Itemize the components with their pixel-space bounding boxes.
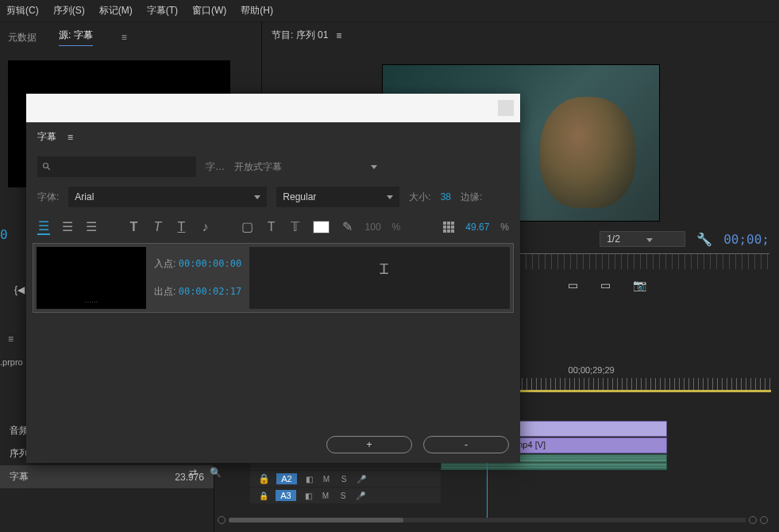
mark-in-icon[interactable]: {◀ [14,284,25,295]
caption-thumbnail: · · · · · · [37,247,146,309]
svg-point-0 [44,164,48,168]
italic-icon[interactable]: T [151,220,164,234]
caption-editor-panel: 字幕 ≡ 字… 开放式字幕 字体: Arial Regular 大小: 38 边… [26,94,520,463]
align-center-icon[interactable]: ☰ [61,219,74,234]
font-value: Arial [75,191,94,202]
stream-label: 字… [206,160,225,174]
menu-captions[interactable]: 字幕(T) [147,4,178,17]
scale-unit: % [500,222,509,233]
add-caption-button[interactable]: + [326,436,412,453]
caption-search-input[interactable] [37,156,196,177]
lock-icon[interactable]: 🔒 [258,473,270,484]
in-point-label: 入点: [154,258,175,269]
chevron-down-icon [646,238,653,242]
music-note-icon[interactable]: ♪ [199,220,212,234]
font-select[interactable]: Arial [68,187,267,207]
scroll-handle-left[interactable] [218,516,226,524]
scroll-thumb[interactable] [229,518,403,522]
caption-text-input[interactable]: Ꮖ [249,247,510,309]
caption-search-row: 字… 开放式字幕 [26,152,520,182]
svg-line-1 [48,168,50,170]
search-icon [42,162,52,172]
solo-toggle[interactable]: S [338,473,349,484]
scale-value[interactable]: 49.67 [465,222,489,233]
background-box-icon[interactable]: ▢ [241,219,254,234]
program-title: 节目: 序列 01 [272,29,328,42]
color-swatch[interactable] [313,221,330,233]
voice-over-icon[interactable]: 🎤 [355,490,366,501]
program-header: 节目: 序列 01 ≡ [262,22,779,48]
text-outline-icon[interactable]: 𝕋 [289,219,302,234]
track-a3: 🔒 A3 ◧ M S 🎤 [250,488,771,503]
track-a3-label[interactable]: A3 [276,490,296,501]
position-grid-icon[interactable] [443,222,454,233]
program-panel-menu-icon[interactable]: ≡ [336,30,341,41]
opacity-value[interactable]: 100 [365,222,381,233]
menu-bar: 剪辑(C) 序列(S) 标记(M) 字幕(T) 窗口(W) 帮助(H) [0,0,779,22]
remove-caption-button[interactable]: - [423,436,509,453]
track-a3-controls: 🔒 A3 ◧ M S 🎤 [250,488,441,503]
caption-footer: + - [326,436,509,453]
sync-lock-icon[interactable]: ◧ [303,490,314,501]
project-file-ext: .prpro [0,357,23,367]
source-timecode[interactable]: 0 [0,227,8,242]
menu-edit[interactable]: 剪辑(C) [6,4,39,17]
tl-tc-2: 00;00;29;29 [569,365,615,375]
close-button[interactable] [498,100,514,116]
caption-timecodes: 入点: 00:00:00:00 出点: 00:00:02:17 [154,247,241,309]
bold-icon[interactable]: T [127,220,140,234]
track-a3-content[interactable] [441,488,771,503]
align-left-icon[interactable]: ☰ [37,218,50,235]
program-timecode[interactable]: 00;00; [723,232,769,247]
eyedropper-icon[interactable]: ✎ [341,219,353,234]
menu-markers[interactable]: 标记(M) [99,4,133,17]
mute-toggle[interactable]: M [320,490,331,501]
sync-lock-icon[interactable]: ◧ [303,473,314,484]
track-a2-label[interactable]: A2 [276,473,297,484]
caption-menu-icon[interactable]: ≡ [67,132,73,143]
edge-label: 边缘: [461,191,482,204]
text-color-icon[interactable]: T [265,220,278,234]
voice-over-icon[interactable]: 🎤 [356,473,367,484]
track-a2: 🔒 A2 ◧ M S 🎤 [250,471,771,487]
scroll-handle-end[interactable] [760,516,768,524]
opacity-unit: % [392,222,401,233]
caption-toolbar: ☰ ☰ ☰ T T T ♪ ▢ T 𝕋 ✎ 100 % 49.67 % [26,212,520,241]
font-weight-select[interactable]: Regular [276,187,399,207]
caption-titlebar[interactable] [26,94,520,122]
size-value[interactable]: 38 [441,191,451,202]
tab-metadata[interactable]: 元数据 [8,31,37,44]
menu-window[interactable]: 窗口(W) [192,4,226,17]
scroll-track[interactable] [229,518,746,522]
lock-icon[interactable]: 🔒 [258,490,269,501]
source-tabs: 元数据 源: 字幕 ≡ [0,22,261,52]
align-right-icon[interactable]: ☰ [85,219,98,234]
stream-type[interactable]: 开放式字幕 [234,160,282,174]
solo-toggle[interactable]: S [337,490,349,501]
settings-wrench-icon[interactable]: 🔧 [696,232,712,247]
out-point-value[interactable]: 00:00:02:17 [179,286,241,297]
in-point-value[interactable]: 00:00:00:00 [179,258,241,269]
track-a2-content[interactable] [441,471,771,487]
thumbnail-text: · · · · · · [85,299,97,304]
lift-button[interactable]: ▭ [600,279,611,291]
tab-source-caption[interactable]: 源: 字幕 [59,29,93,46]
mute-toggle[interactable]: M [321,473,332,484]
chevron-down-icon [254,195,260,199]
export-frame-button[interactable]: 📷 [633,279,646,291]
project-menu-icon[interactable]: ≡ [8,333,13,345]
underline-icon[interactable]: T [175,220,187,234]
scroll-handle-right[interactable] [749,516,757,524]
zoom-select[interactable]: 1/2 [600,231,685,247]
size-label: 大小: [409,191,430,204]
menu-help[interactable]: 帮助(H) [241,4,273,17]
caption-clip-row[interactable]: · · · · · · 入点: 00:00:00:00 出点: 00:00:02… [33,243,514,313]
source-panel-menu-icon[interactable]: ≡ [121,32,127,43]
project-row-caption[interactable]: 字幕 23.976 [0,465,214,488]
overwrite-button[interactable]: ▭ [568,279,578,291]
shuffle-icon[interactable]: ⇄ [189,467,197,478]
menu-sequence[interactable]: 序列(S) [53,4,85,17]
chevron-down-icon[interactable] [371,165,377,169]
out-point-label: 出点: [154,286,175,297]
zoom-value: 1/2 [607,233,620,245]
